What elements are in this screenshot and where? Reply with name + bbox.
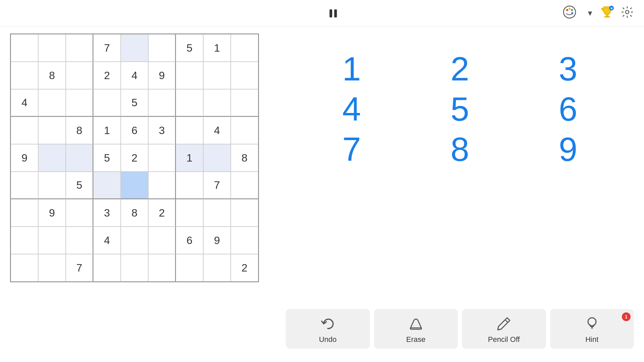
sudoku-cell[interactable]: 3 [148,117,176,144]
undo-button[interactable]: Undo [286,309,370,349]
sudoku-cell[interactable] [231,227,258,254]
number-btn-7[interactable]: 7 [299,131,404,168]
number-btn-3[interactable]: 3 [516,50,621,87]
sudoku-cell[interactable] [231,199,258,227]
number-btn-4[interactable]: 4 [299,90,404,127]
sudoku-cell[interactable] [231,89,258,117]
sudoku-cell[interactable]: 8 [38,62,66,89]
sudoku-cell[interactable] [93,89,121,117]
sudoku-cell[interactable] [121,172,148,199]
sudoku-cell[interactable] [231,172,258,199]
sudoku-cell[interactable] [38,144,66,172]
pause-button[interactable] [328,8,338,18]
sudoku-cell[interactable]: 3 [93,199,121,227]
sudoku-cell[interactable] [148,89,176,117]
sudoku-cell[interactable]: 2 [93,62,121,89]
sudoku-cell[interactable]: 2 [231,254,258,282]
sudoku-cell[interactable] [121,227,148,254]
erase-button[interactable]: Erase [374,309,458,349]
sudoku-cell[interactable] [11,199,38,227]
sudoku-cell[interactable] [176,89,203,117]
sudoku-cell[interactable] [148,254,176,282]
sudoku-cell[interactable]: 5 [121,89,148,117]
sudoku-grid[interactable]: 751824945816349521857938246972 [10,34,259,282]
sudoku-cell[interactable] [11,227,38,254]
sudoku-cell[interactable] [176,199,203,227]
sudoku-cell[interactable] [231,62,258,89]
sudoku-cell[interactable] [176,62,203,89]
hint-button[interactable]: Hint1 [550,309,634,349]
sudoku-cell[interactable]: 4 [93,227,121,254]
sudoku-cell[interactable] [148,144,176,172]
sudoku-cell[interactable]: 8 [66,117,93,144]
sudoku-cell[interactable] [231,117,258,144]
number-btn-6[interactable]: 6 [516,90,621,127]
number-btn-1[interactable]: 1 [299,50,404,87]
number-btn-9[interactable]: 9 [516,131,621,168]
new-game-button[interactable]: ▼ [584,9,594,18]
sudoku-cell[interactable] [66,62,93,89]
sudoku-cell[interactable] [231,34,258,62]
sudoku-cell[interactable] [93,254,121,282]
sudoku-cell[interactable] [11,117,38,144]
sudoku-cell[interactable]: 1 [93,117,121,144]
sudoku-cell[interactable] [148,227,176,254]
sudoku-cell[interactable]: 7 [203,172,231,199]
sudoku-cell[interactable]: 6 [176,227,203,254]
sudoku-cell[interactable] [176,117,203,144]
sudoku-cell[interactable] [11,34,38,62]
sudoku-cell[interactable]: 4 [11,89,38,117]
sudoku-cell[interactable] [203,254,231,282]
sudoku-cell[interactable]: 6 [121,117,148,144]
number-btn-5[interactable]: 5 [408,90,513,127]
sudoku-cell[interactable] [38,254,66,282]
sudoku-cell[interactable]: 9 [11,144,38,172]
sudoku-cell[interactable]: 9 [203,227,231,254]
sudoku-cell[interactable]: 1 [203,34,231,62]
sudoku-cell[interactable]: 4 [121,62,148,89]
pencil-button[interactable]: Pencil Off [462,309,546,349]
sudoku-cell[interactable] [93,172,121,199]
sudoku-cell[interactable] [11,172,38,199]
sudoku-cell[interactable] [38,172,66,199]
sudoku-cell[interactable] [38,89,66,117]
palette-button[interactable] [562,5,577,22]
sudoku-cell[interactable]: 1 [176,144,203,172]
sudoku-cell[interactable] [148,172,176,199]
sudoku-cell[interactable]: 5 [66,172,93,199]
sudoku-cell[interactable] [66,199,93,227]
sudoku-cell[interactable]: 7 [66,254,93,282]
sudoku-cell[interactable]: 5 [93,144,121,172]
sudoku-cell[interactable] [11,62,38,89]
sudoku-cell[interactable] [121,34,148,62]
sudoku-cell[interactable] [66,89,93,117]
sudoku-cell[interactable]: 9 [148,62,176,89]
sudoku-cell[interactable] [11,254,38,282]
sudoku-cell[interactable]: 5 [176,34,203,62]
settings-button[interactable] [621,5,634,21]
sudoku-cell[interactable]: 8 [231,144,258,172]
sudoku-cell[interactable]: 4 [203,117,231,144]
sudoku-cell[interactable] [203,199,231,227]
number-btn-2[interactable]: 2 [408,50,513,87]
sudoku-cell[interactable] [121,254,148,282]
sudoku-cell[interactable] [176,254,203,282]
sudoku-cell[interactable] [38,34,66,62]
sudoku-cell[interactable] [38,227,66,254]
sudoku-cell[interactable] [203,89,231,117]
trophy-button[interactable]: ★ [600,5,614,21]
number-btn-8[interactable]: 8 [408,131,513,168]
sudoku-cell[interactable] [66,227,93,254]
sudoku-cell[interactable]: 8 [121,199,148,227]
sudoku-cell[interactable] [66,144,93,172]
sudoku-cell[interactable]: 9 [38,199,66,227]
sudoku-cell[interactable] [203,144,231,172]
sudoku-cell[interactable] [38,117,66,144]
sudoku-cell[interactable]: 2 [148,199,176,227]
sudoku-cell[interactable] [66,34,93,62]
sudoku-cell[interactable] [176,172,203,199]
sudoku-cell[interactable] [203,62,231,89]
sudoku-cell[interactable]: 2 [121,144,148,172]
sudoku-cell[interactable] [148,34,176,62]
sudoku-cell[interactable]: 7 [93,34,121,62]
